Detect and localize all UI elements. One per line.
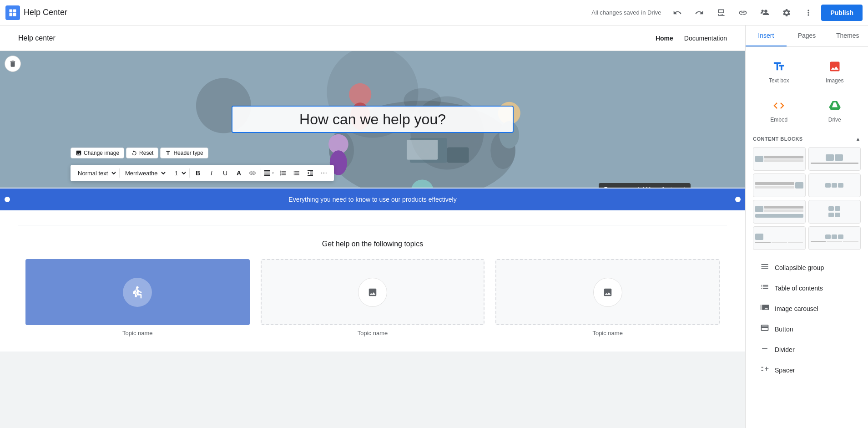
thumb-img-9 <box>755 214 803 218</box>
section-subtitle: Get help on the following topics <box>18 240 727 248</box>
thumb-img-7 <box>838 183 843 188</box>
insert-images[interactable]: Images <box>809 54 861 90</box>
undo-button[interactable] <box>668 4 686 22</box>
insert-text-box[interactable]: Text box <box>753 54 805 90</box>
banner-right-handle[interactable] <box>734 196 742 203</box>
thumb-img-6 <box>832 183 837 188</box>
main-layout: Help center Home Documentation <box>0 25 868 428</box>
topic-card-1[interactable]: Topic name <box>25 259 250 337</box>
button-label: Button <box>775 326 793 333</box>
preview-button[interactable] <box>712 4 730 22</box>
topic-name-2: Topic name <box>358 330 388 336</box>
align-button[interactable] <box>263 167 276 179</box>
reset-button[interactable]: Reset <box>126 148 158 158</box>
toolbar-divider-2 <box>169 168 169 178</box>
settings-button[interactable] <box>777 4 796 22</box>
change-image-button[interactable]: Change image <box>71 148 124 158</box>
italic-button[interactable]: I <box>205 167 218 179</box>
images-icon <box>828 60 841 76</box>
thumb-line-1 <box>764 156 803 158</box>
canvas-area: Help center Home Documentation <box>0 25 745 428</box>
topic-card-img-3 <box>495 259 720 325</box>
block-thumb-3[interactable] <box>753 173 806 197</box>
app-title: Help Center <box>24 8 67 17</box>
thumb-img-4 <box>795 182 803 189</box>
table-of-contents-label: Table of contents <box>775 285 823 292</box>
content-section: Get help on the following topics <box>0 210 745 352</box>
block-thumb-6[interactable] <box>808 200 861 224</box>
copy-link-button[interactable] <box>734 4 752 22</box>
thumb-img-3 <box>835 154 843 161</box>
svg-rect-2 <box>10 13 13 16</box>
drive-icon <box>828 99 841 115</box>
divider-item[interactable]: Divider <box>753 339 861 360</box>
topic-card-3[interactable]: Topic name <box>495 259 720 337</box>
more-button[interactable] <box>799 4 818 22</box>
collapsible-group-icon <box>760 262 769 273</box>
delete-section-button[interactable] <box>5 56 21 72</box>
block-thumb-5[interactable] <box>753 200 806 224</box>
svg-rect-3 <box>13 13 16 16</box>
font-select[interactable]: Merriweathe <box>121 168 167 179</box>
bulleted-list-button[interactable] <box>290 167 303 179</box>
insert-drive[interactable]: Drive <box>809 93 861 129</box>
nav-home[interactable]: Home <box>656 35 673 42</box>
text-style-select[interactable]: Normal text Heading 1 Heading 2 <box>74 168 117 179</box>
header-type-button[interactable]: Header type <box>160 148 208 158</box>
toolbar-divider-1 <box>119 168 120 178</box>
topic-card-2[interactable]: Topic name <box>261 259 485 337</box>
thumb-img-2 <box>826 154 834 161</box>
blue-banner: Everything you need to know to use our p… <box>0 189 745 210</box>
button-item[interactable]: Button <box>753 319 861 339</box>
tab-pages[interactable]: Pages <box>787 25 828 46</box>
topbar: Help Center All changes saved in Drive P… <box>0 0 868 25</box>
text-box-icon <box>772 60 785 76</box>
nav-documentation[interactable]: Documentation <box>684 35 727 42</box>
block-thumb-1[interactable] <box>753 147 806 171</box>
more-options-button[interactable]: ⋯ <box>318 167 330 179</box>
svg-rect-0 <box>10 9 13 12</box>
table-of-contents-icon <box>760 282 769 294</box>
block-thumb-4[interactable] <box>808 173 861 197</box>
hero-search-input[interactable] <box>232 106 514 133</box>
spacer-item[interactable]: Spacer <box>753 360 861 380</box>
tab-themes[interactable]: Themes <box>827 25 868 46</box>
collapsible-group-label: Collapsible group <box>775 264 824 271</box>
spacer-label: Spacer <box>775 367 795 374</box>
content-blocks-label: CONTENT BLOCKS ▲ <box>753 136 861 142</box>
thumb-line-3 <box>811 163 859 164</box>
block-thumb-8[interactable] <box>808 226 861 250</box>
thumb-line-4 <box>755 182 794 185</box>
block-thumb-7[interactable] <box>753 226 806 250</box>
remove-indent-button[interactable] <box>304 167 317 179</box>
underline-button[interactable]: U <box>219 167 232 179</box>
embed-label: Embed <box>770 117 787 123</box>
link-button[interactable] <box>246 167 259 179</box>
tab-insert[interactable]: Insert <box>746 25 787 46</box>
insert-embed[interactable]: Embed <box>753 93 805 129</box>
table-of-contents-item[interactable]: Table of contents <box>753 278 861 298</box>
collapsible-group-item[interactable]: Collapsible group <box>753 257 861 278</box>
save-status: All changes saved in Drive <box>591 9 661 16</box>
publish-button[interactable]: Publish <box>821 5 863 21</box>
block-thumbnails-grid <box>753 147 861 250</box>
embed-icon <box>772 99 785 115</box>
topic-card-img-1 <box>25 259 250 325</box>
topic-card-img-2 <box>261 259 485 325</box>
bold-button[interactable]: B <box>192 167 204 179</box>
block-thumb-2[interactable] <box>808 147 861 171</box>
image-controls-bar: Change image Reset Header type <box>71 148 208 158</box>
site-title: Help center <box>18 34 56 42</box>
redo-button[interactable] <box>690 4 708 22</box>
image-carousel-item[interactable]: Image carousel <box>753 298 861 319</box>
right-panel: Insert Pages Themes Text box <box>745 25 868 428</box>
banner-left-handle[interactable] <box>4 196 11 203</box>
topic-name-3: Topic name <box>592 330 622 336</box>
topic-icon-3 <box>593 278 622 307</box>
font-size-select[interactable]: 11 12 14 <box>171 168 187 179</box>
text-color-button[interactable]: A <box>232 167 245 179</box>
share-button[interactable] <box>756 4 774 22</box>
collapse-blocks-button[interactable]: ▲ <box>856 136 861 142</box>
numbered-list-button[interactable] <box>277 167 289 179</box>
divider-label: Divider <box>775 346 795 353</box>
